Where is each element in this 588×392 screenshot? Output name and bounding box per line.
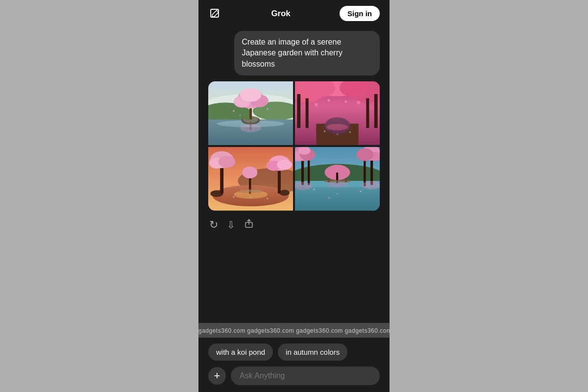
svg-point-79 (362, 181, 380, 189)
svg-point-85 (360, 191, 361, 192)
svg-point-39 (349, 131, 351, 133)
svg-point-54 (277, 160, 292, 170)
svg-point-86 (337, 193, 338, 195)
svg-point-33 (327, 124, 348, 131)
svg-point-87 (328, 197, 329, 198)
watermark-bar: gadgets360.com gadgets360.com gadgets360… (198, 323, 390, 338)
svg-point-46 (279, 190, 290, 196)
share-icon[interactable] (244, 219, 254, 231)
user-message-bubble: Create an image of a serene Japanese gar… (234, 31, 380, 75)
image-cell-1[interactable] (208, 81, 293, 145)
download-icon[interactable]: ⇩ (227, 219, 235, 231)
chip-koi-pond[interactable]: with a koi pond (208, 343, 273, 361)
chip-autumn-colors[interactable]: in autumn colors (278, 343, 347, 361)
svg-point-35 (357, 101, 360, 104)
svg-point-37 (344, 100, 347, 103)
edit-icon[interactable] (208, 7, 222, 21)
svg-point-14 (240, 88, 261, 102)
svg-rect-83 (345, 178, 346, 182)
image-cell-3[interactable] (208, 147, 293, 211)
svg-point-58 (233, 196, 234, 197)
svg-rect-66 (308, 160, 310, 185)
plus-icon: + (214, 370, 220, 381)
svg-point-34 (315, 103, 318, 106)
svg-rect-57 (240, 189, 261, 193)
app-title: Grok (271, 9, 291, 19)
svg-point-16 (267, 108, 268, 110)
svg-rect-51 (278, 168, 281, 194)
action-row: ↻ ⇩ (208, 217, 380, 233)
svg-rect-47 (220, 164, 223, 194)
svg-rect-27 (306, 98, 309, 128)
svg-rect-28 (374, 94, 378, 128)
svg-rect-19 (250, 122, 251, 130)
bottom-section: with a koi pond in autumn colors + (198, 338, 390, 392)
svg-point-36 (328, 99, 330, 102)
image-cell-4[interactable] (295, 147, 380, 211)
svg-rect-29 (366, 98, 369, 128)
svg-point-75 (356, 148, 373, 161)
svg-point-50 (219, 156, 236, 168)
svg-point-40 (337, 134, 338, 135)
ask-input[interactable] (231, 367, 380, 385)
svg-point-17 (240, 115, 241, 116)
svg-rect-26 (297, 94, 300, 128)
svg-point-84 (313, 189, 315, 190)
suggestion-chips: with a koi pond in autumn colors (208, 343, 380, 361)
svg-point-38 (324, 131, 325, 132)
svg-point-15 (233, 110, 234, 112)
chat-content: Create an image of a serene Japanese gar… (198, 26, 390, 323)
regenerate-icon[interactable]: ↻ (209, 219, 218, 231)
image-cell-2[interactable] (295, 81, 380, 145)
sign-in-button[interactable]: Sign in (340, 6, 380, 21)
header: Grok Sign in (198, 0, 390, 26)
svg-point-59 (267, 198, 268, 199)
svg-point-60 (250, 197, 251, 198)
image-grid (208, 81, 380, 211)
svg-point-56 (242, 167, 257, 178)
add-button[interactable]: + (208, 367, 226, 385)
phone-frame: Grok Sign in Create an image of a serene… (198, 0, 390, 392)
watermark-text: gadgets360.com gadgets360.com gadgets360… (198, 327, 390, 334)
svg-rect-82 (328, 178, 329, 182)
input-row: + (208, 367, 380, 385)
